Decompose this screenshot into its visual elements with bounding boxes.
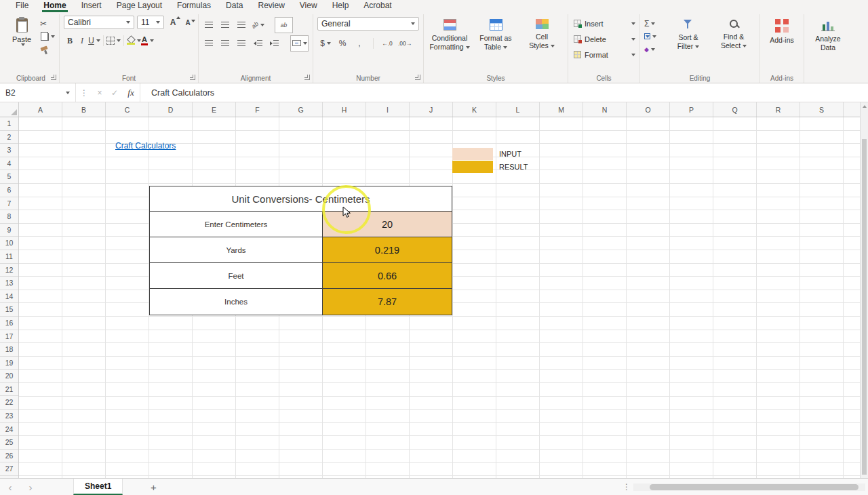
tab-review[interactable]: Review — [250, 0, 292, 12]
decrease-decimal-button[interactable]: .00→ — [398, 37, 412, 50]
column-header-k[interactable]: K — [453, 102, 496, 117]
formula-bar-handle-icon[interactable]: ⋮ — [76, 88, 92, 98]
format-as-table-button[interactable]: Format as Table — [474, 16, 517, 52]
row-header-1[interactable]: 1 — [0, 117, 18, 131]
row-header-16[interactable]: 16 — [0, 317, 18, 330]
row-header-7[interactable]: 7 — [0, 197, 18, 211]
tab-acrobat[interactable]: Acrobat — [356, 0, 399, 12]
row-header-23[interactable]: 23 — [0, 410, 18, 423]
select-all-corner[interactable] — [0, 102, 19, 117]
row-header-20[interactable]: 20 — [0, 370, 18, 383]
insert-cells-button[interactable]: Insert — [572, 16, 635, 31]
delete-cells-button[interactable]: Delete — [572, 31, 635, 47]
align-left-button[interactable] — [203, 37, 215, 50]
row-header-10[interactable]: 10 — [0, 237, 18, 250]
insert-function-icon[interactable]: fx — [122, 87, 140, 98]
row-header-5[interactable]: 5 — [0, 170, 18, 184]
top-align-button[interactable] — [203, 18, 215, 32]
row-header-18[interactable]: 18 — [0, 343, 18, 357]
horizontal-scrollbar-thumb[interactable] — [650, 484, 859, 490]
autosum-button[interactable]: Σ — [644, 18, 665, 28]
row-header-6[interactable]: 6 — [0, 184, 18, 197]
column-header-i[interactable]: I — [366, 102, 410, 117]
row-header-15[interactable]: 15 — [0, 303, 18, 317]
name-box[interactable]: B2 — [0, 83, 76, 102]
accounting-format-button[interactable]: $ — [319, 37, 332, 50]
row-header-17[interactable]: 17 — [0, 330, 18, 344]
column-header-o[interactable]: O — [627, 102, 670, 117]
font-dialog-launcher[interactable] — [190, 75, 195, 80]
column-header-f[interactable]: F — [236, 102, 279, 117]
row-header-21[interactable]: 21 — [0, 383, 18, 397]
row-header-22[interactable]: 22 — [0, 396, 18, 410]
row-header-12[interactable]: 12 — [0, 264, 18, 277]
decrease-font-size-button[interactable]: A — [182, 16, 194, 29]
wrap-text-button[interactable]: ab — [275, 17, 293, 33]
row-header-8[interactable]: 8 — [0, 210, 18, 224]
column-header-m[interactable]: M — [540, 102, 583, 117]
formula-input[interactable]: Craft Calculators — [140, 83, 868, 102]
font-name-select[interactable]: Calibri — [64, 16, 134, 29]
clear-button[interactable]: ◆ — [644, 44, 665, 54]
column-header-c[interactable]: C — [106, 102, 149, 117]
find-select-button[interactable]: Find & Select — [712, 16, 755, 54]
row-header-2[interactable]: 2 — [0, 131, 18, 144]
column-header-p[interactable]: P — [670, 102, 713, 117]
fill-color-button[interactable] — [127, 34, 141, 47]
vertical-scrollbar[interactable] — [860, 102, 868, 478]
font-color-button[interactable]: A — [141, 34, 154, 47]
column-header-b[interactable]: B — [62, 102, 106, 117]
horizontal-scrollbar[interactable] — [633, 483, 865, 491]
increase-font-size-button[interactable]: A — [167, 16, 179, 29]
tab-home[interactable]: Home — [36, 0, 73, 12]
orientation-button[interactable]: ab — [252, 18, 264, 32]
alignment-dialog-launcher[interactable] — [304, 75, 310, 80]
table-row-value[interactable]: 0.66 — [323, 263, 452, 288]
percent-style-button[interactable]: % — [336, 37, 349, 50]
font-size-select[interactable]: 11 — [137, 16, 164, 29]
increase-indent-button[interactable] — [268, 37, 280, 50]
conditional-formatting-button[interactable]: Conditional Formatting — [428, 16, 471, 52]
borders-button[interactable] — [106, 34, 121, 47]
format-painter-button[interactable] — [40, 44, 55, 55]
tab-file[interactable]: File — [8, 0, 36, 12]
decrease-indent-button[interactable] — [252, 37, 264, 50]
column-header-g[interactable]: G — [279, 102, 323, 117]
analyze-data-button[interactable]: Analyze Data — [808, 16, 848, 52]
column-header-e[interactable]: E — [193, 102, 236, 117]
format-cells-button[interactable]: Format — [572, 47, 635, 62]
column-header-s[interactable]: S — [800, 102, 844, 117]
sort-filter-button[interactable]: Sort & Filter — [667, 16, 710, 54]
column-header-t[interactable]: T — [844, 102, 860, 117]
tab-formulas[interactable]: Formulas — [170, 0, 218, 12]
column-header-n[interactable]: N — [583, 102, 627, 117]
row-header-9[interactable]: 9 — [0, 224, 18, 237]
align-center-button[interactable] — [219, 37, 231, 50]
table-row-value[interactable]: 7.87 — [323, 289, 452, 315]
row-header-3[interactable]: 3 — [0, 144, 18, 157]
sheet-nav-left-icon[interactable]: ‹ — [0, 479, 20, 495]
row-header-27[interactable]: 27 — [0, 462, 18, 476]
tab-data[interactable]: Data — [218, 0, 250, 12]
italic-button[interactable]: I — [76, 34, 88, 47]
number-format-select[interactable]: General — [317, 17, 419, 31]
bottom-align-button[interactable] — [235, 18, 248, 32]
row-header-24[interactable]: 24 — [0, 423, 18, 437]
add-ins-button[interactable]: Add-ins — [764, 16, 800, 45]
cell-styles-button[interactable]: Cell Styles — [520, 16, 564, 52]
new-sheet-button[interactable]: + — [144, 479, 162, 495]
column-header-d[interactable]: D — [149, 102, 193, 117]
enter-icon[interactable]: ✓ — [107, 88, 122, 98]
row-header-19[interactable]: 19 — [0, 357, 18, 370]
cut-button[interactable]: ✂ — [40, 18, 55, 29]
column-header-r[interactable]: R — [757, 102, 800, 117]
spreadsheet-grid[interactable]: Craft Calculators Unit Conversions- Cent… — [19, 117, 860, 478]
row-header-4[interactable]: 4 — [0, 157, 18, 171]
clipboard-dialog-launcher[interactable] — [51, 75, 56, 80]
sheet-nav-right-icon[interactable]: › — [20, 479, 41, 495]
paste-button[interactable]: Paste — [7, 16, 37, 55]
column-header-h[interactable]: H — [323, 102, 366, 117]
middle-align-button[interactable] — [219, 18, 231, 32]
craft-calculators-link[interactable]: Craft Calculators — [115, 141, 176, 151]
underline-button[interactable]: U — [88, 34, 100, 47]
